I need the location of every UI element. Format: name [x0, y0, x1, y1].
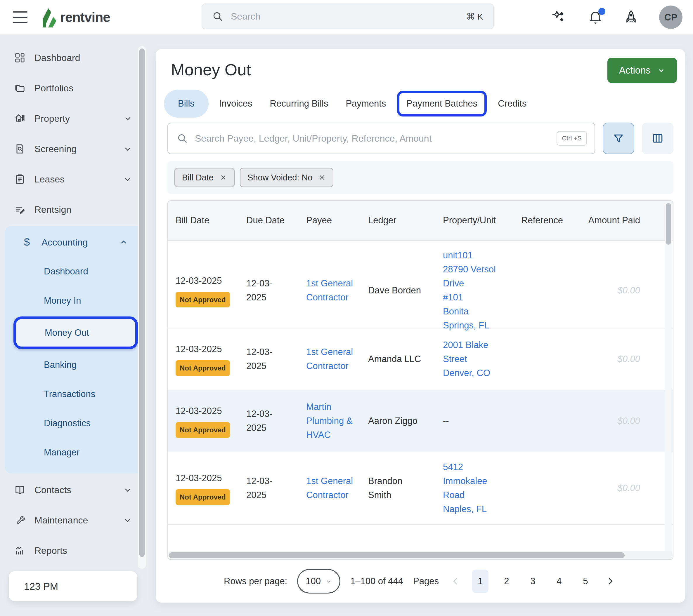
global-search-input[interactable]	[231, 11, 459, 22]
due-date-cell: 12-03-2025	[246, 269, 306, 312]
reference-cell	[521, 283, 584, 298]
column-header-due-date[interactable]: Due Date	[246, 206, 306, 235]
table-vertical-scrollbar-thumb[interactable]	[666, 203, 671, 245]
next-page-chevron-icon[interactable]	[603, 576, 617, 586]
sidebar-item-portfolios[interactable]: Portfolios	[0, 73, 155, 103]
page-number-4[interactable]: 4	[551, 570, 567, 593]
sidebar-item-screening[interactable]: Screening	[0, 134, 155, 164]
chevron-down-icon	[123, 486, 132, 494]
whats-new-rocket-icon[interactable]	[623, 9, 639, 25]
sidebar-item-accounting[interactable]: $ Accounting	[5, 228, 143, 257]
close-icon[interactable]	[219, 174, 227, 181]
tab-invoices[interactable]: Invoices	[210, 98, 261, 109]
chart-icon	[14, 545, 26, 556]
search-shortcut-chip: Ctrl +S	[557, 131, 587, 146]
sidebar-item-banking[interactable]: Banking	[5, 350, 143, 379]
tab-bills[interactable]: Bills	[164, 90, 209, 118]
sidebar-item-rentsign[interactable]: Rentsign	[0, 194, 155, 225]
pagination-bar: Rows per page: 100 1–100 of 444 Pages 1 …	[156, 565, 685, 597]
ai-sparkles-icon[interactable]	[552, 9, 567, 25]
column-header-property-unit[interactable]: Property/Unit	[443, 206, 521, 235]
page-number-3[interactable]: 3	[525, 570, 541, 593]
payee-link[interactable]: 1st General Contractor	[306, 276, 355, 305]
sidebar-item-diagnostics[interactable]: Diagnostics	[5, 409, 143, 438]
page-number-5[interactable]: 5	[577, 570, 594, 593]
sidebar-accounting-panel: $ Accounting Dashboard Money In Money Ou…	[5, 226, 143, 474]
filter-chip-bill-date[interactable]: Bill Date	[174, 168, 235, 187]
sidebar-scrollbar-thumb[interactable]	[139, 48, 145, 557]
bills-search-box[interactable]: Ctrl +S	[167, 123, 595, 154]
filter-button[interactable]	[603, 123, 634, 154]
ledger-cell: Amanda LLC	[368, 345, 443, 374]
tab-recurring-bills[interactable]: Recurring Bills	[261, 98, 337, 109]
signature-pen-icon	[14, 204, 26, 215]
property-link[interactable]: 5412 Immokalee Road Naples, FL	[443, 460, 503, 516]
tab-payments[interactable]: Payments	[337, 98, 395, 109]
document-search-icon	[14, 143, 26, 155]
columns-icon	[651, 132, 664, 145]
payee-cell: 1st General Contractor	[306, 337, 368, 381]
payee-cell: Martin Plumbing & HVAC	[306, 392, 368, 450]
chevron-down-icon	[123, 144, 132, 153]
column-header-reference[interactable]: Reference	[521, 206, 584, 235]
property-unit-cell: 5412 Immokalee Road Naples, FL	[443, 452, 521, 524]
chevron-down-icon	[657, 66, 665, 75]
sidebar-item-contacts[interactable]: Contacts	[0, 475, 155, 505]
page-number-1[interactable]: 1	[472, 570, 489, 593]
close-icon[interactable]	[318, 174, 326, 181]
tab-bar: Bills Invoices Recurring Bills Payments …	[164, 87, 677, 120]
wrench-icon	[14, 514, 26, 526]
sidebar-item-transactions[interactable]: Transactions	[5, 379, 143, 409]
table-row[interactable]: 12-03-2025 Not Approved 12-03-2025 1st G…	[168, 240, 673, 328]
sidebar-item-dashboard[interactable]: Dashboard	[0, 43, 155, 73]
rows-per-page-select[interactable]: 100	[297, 569, 340, 594]
filter-chip-show-voided[interactable]: Show Voided: No	[240, 168, 333, 187]
bills-search-input[interactable]	[195, 133, 550, 144]
tab-payment-batches[interactable]: Payment Batches	[397, 91, 487, 117]
rows-per-page-label: Rows per page:	[224, 576, 287, 587]
payee-link[interactable]: Martin Plumbing & HVAC	[306, 400, 355, 442]
sidebar-item-maintenance[interactable]: Maintenance	[0, 505, 155, 535]
hamburger-menu-icon[interactable]	[13, 12, 27, 23]
search-icon	[177, 133, 188, 144]
columns-button[interactable]	[642, 123, 673, 154]
chevron-down-icon	[123, 114, 132, 123]
sidebar-item-manager[interactable]: Manager	[5, 438, 143, 467]
brand-logo[interactable]: rentvine	[40, 6, 110, 28]
table-row[interactable]: 12-03-2025 Not Approved 12-03-2025 1st G…	[168, 328, 673, 390]
sidebar-item-accounting-dashboard[interactable]: Dashboard	[5, 257, 143, 286]
reference-cell	[521, 413, 584, 429]
notifications-bell-icon[interactable]	[588, 9, 603, 25]
amount-paid-cell: $0.00	[584, 406, 673, 436]
table-header-row: Bill Date Due Date Payee Ledger Property…	[168, 201, 673, 240]
sidebar-item-money-out-selected[interactable]: Money Out	[14, 316, 138, 349]
sidebar-nav: Dashboard Portfolios Property	[0, 35, 155, 616]
table-row[interactable]: 12-03-2025 Not Approved 12-03-2025 Marti…	[168, 390, 673, 452]
column-header-amount-paid[interactable]: Amount Paid	[584, 206, 673, 235]
column-header-bill-date[interactable]: Bill Date	[176, 206, 246, 235]
payee-link[interactable]: 1st General Contractor	[306, 345, 355, 373]
actions-button[interactable]: Actions	[608, 58, 677, 83]
global-search[interactable]: ⌘ K	[202, 3, 494, 29]
previous-page-chevron-icon[interactable]	[449, 576, 462, 586]
table-horizontal-scrollbar-track	[168, 551, 673, 559]
property-link[interactable]: 2001 Blake Street Denver, CO	[443, 338, 503, 380]
chevron-down-icon	[123, 516, 132, 525]
table-horizontal-scrollbar-thumb[interactable]	[169, 552, 625, 558]
table-row[interactable]: 12-03-2025 Not Approved 12-03-2025 1st G…	[168, 452, 673, 524]
payee-cell: 1st General Contractor	[306, 269, 368, 312]
column-header-ledger[interactable]: Ledger	[368, 206, 443, 235]
tab-credits[interactable]: Credits	[489, 98, 535, 109]
top-bar: rentvine ⌘ K	[0, 0, 693, 35]
status-badge: Not Approved	[176, 422, 230, 438]
property-link[interactable]: unit101 28790 Versol Drive #101 Bonita S…	[443, 248, 503, 332]
due-date-cell: 12-03-2025	[246, 399, 306, 443]
sidebar-item-reports[interactable]: Reports	[0, 535, 155, 566]
user-avatar[interactable]: CP	[659, 5, 682, 29]
sidebar-item-money-in[interactable]: Money In	[5, 286, 143, 315]
sidebar-item-property[interactable]: Property	[0, 103, 155, 134]
payee-link[interactable]: 1st General Contractor	[306, 474, 355, 502]
sidebar-item-leases[interactable]: Leases	[0, 164, 155, 194]
column-header-payee[interactable]: Payee	[306, 206, 368, 235]
page-number-2[interactable]: 2	[498, 570, 515, 593]
